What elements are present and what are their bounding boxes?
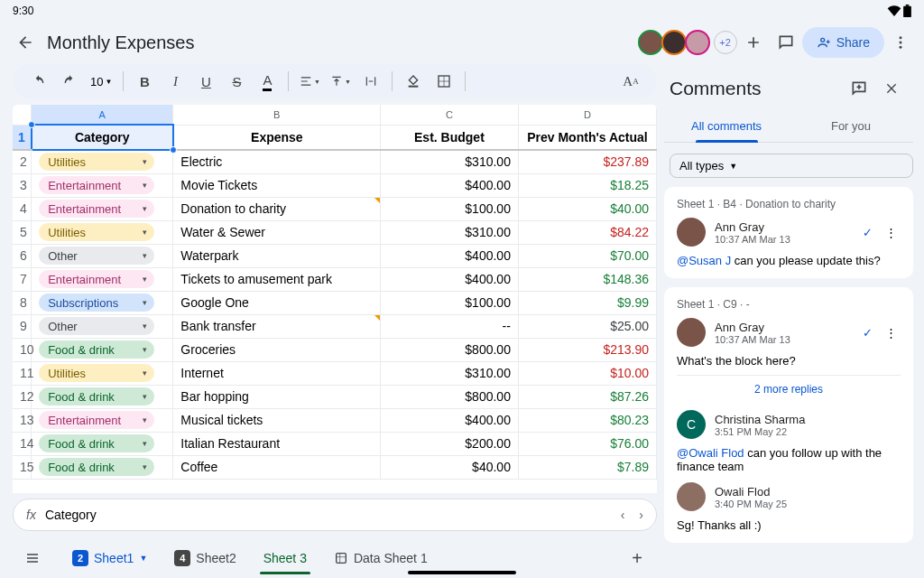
fx-prev[interactable]: ‹ (621, 508, 625, 522)
cell-budget[interactable]: $100.00 (380, 197, 518, 220)
table-row[interactable]: 13Entertainment▾Musical tickets$400.00$8… (13, 408, 657, 432)
cell-expense[interactable]: Water & Sewer (173, 220, 381, 244)
table-row[interactable]: 9Other▾Bank transfer--$25.00 (13, 314, 657, 338)
table-row[interactable]: 5Utilities▾Water & Sewer$310.00$84.22 (13, 220, 657, 244)
doc-title[interactable]: Monthly Expenses (47, 33, 194, 53)
close-panel-button[interactable] (875, 72, 908, 105)
comment-marker-icon[interactable] (374, 315, 380, 321)
row-header[interactable]: 12 (13, 385, 32, 408)
resolve-button[interactable]: ✓ (863, 326, 873, 340)
row-header[interactable]: 4 (13, 197, 32, 220)
text-color-button[interactable]: A (254, 68, 281, 95)
cell-prev[interactable]: $70.00 (518, 244, 656, 267)
cell-category[interactable]: Food & drink▾ (32, 455, 173, 479)
category-chip[interactable]: Other▾ (39, 247, 154, 265)
cell-expense[interactable]: Electric (173, 150, 381, 173)
underline-button[interactable]: U (192, 68, 219, 95)
category-chip[interactable]: Utilities▾ (39, 364, 154, 382)
tab-sheet1[interactable]: 2Sheet1▼ (69, 545, 151, 572)
category-chip[interactable]: Subscriptions▾ (39, 294, 154, 312)
cell-expense[interactable]: Internet (173, 361, 381, 385)
row-header[interactable]: 11 (13, 361, 32, 385)
italic-button[interactable]: I (162, 68, 189, 95)
category-chip[interactable]: Food & drink▾ (39, 434, 154, 452)
cell-category[interactable]: Food & drink▾ (32, 338, 173, 361)
more-menu[interactable] (884, 26, 917, 59)
cell-budget[interactable]: $310.00 (380, 220, 518, 244)
home-indicator[interactable] (408, 571, 516, 574)
cell-budget[interactable]: $400.00 (380, 267, 518, 291)
cell-category[interactable]: Entertainment▾ (32, 173, 173, 197)
share-button[interactable]: Share (802, 27, 884, 58)
row-header[interactable]: 3 (13, 173, 32, 197)
category-chip[interactable]: Food & drink▾ (39, 387, 154, 406)
comment-card-2[interactable]: Sheet 1 · C9 · - Ann Gray10:37 AM Mar 13… (664, 287, 913, 543)
spreadsheet-grid[interactable]: A B C D 1 Category Expense Est. Budget P… (13, 105, 657, 493)
cell-category[interactable]: Food & drink▾ (32, 385, 173, 408)
add-sheet-button[interactable]: + (621, 542, 653, 574)
comment-card-1[interactable]: Sheet 1 · B4 · Donation to charity Ann G… (664, 187, 913, 278)
row-header[interactable]: 10 (13, 338, 32, 361)
row-header[interactable]: 15 (13, 455, 32, 479)
cell-expense[interactable]: Tickets to amusement park (173, 267, 381, 291)
font-size[interactable]: 10▼ (87, 75, 116, 89)
row-header[interactable]: 7 (13, 267, 32, 291)
cell-prev[interactable]: $237.89 (518, 150, 656, 173)
col-a[interactable]: A (32, 105, 173, 125)
table-row[interactable]: 3Entertainment▾Movie Tickets$400.00$18.2… (13, 173, 657, 197)
bold-button[interactable]: B (131, 68, 158, 95)
cell-budget[interactable]: $800.00 (380, 338, 518, 361)
fill-color-button[interactable] (400, 68, 427, 95)
tab-sheet3[interactable]: Sheet 3 (260, 545, 310, 571)
cell-category[interactable]: Utilities▾ (32, 150, 173, 173)
avatar-1[interactable] (638, 30, 663, 55)
row-1[interactable]: 1 (13, 125, 32, 150)
category-chip[interactable]: Food & drink▾ (39, 458, 154, 476)
halign-button[interactable]: ▼ (296, 68, 323, 95)
row-header[interactable]: 5 (13, 220, 32, 244)
cell-category[interactable]: Entertainment▾ (32, 267, 173, 291)
cell-budget[interactable]: $310.00 (380, 150, 518, 173)
wrap-button[interactable] (357, 68, 384, 95)
cell-expense[interactable]: Italian Restaurant (173, 432, 381, 455)
category-chip[interactable]: Other▾ (39, 317, 154, 335)
cell-prev[interactable]: $10.00 (518, 361, 656, 385)
formula-bar[interactable]: fx Category ‹ › (13, 499, 657, 531)
table-row[interactable]: 8Subscriptions▾Google One$100.00$9.99 (13, 291, 657, 314)
table-row[interactable]: 4Entertainment▾Donation to charity$100.0… (13, 197, 657, 220)
cell-budget[interactable]: $800.00 (380, 385, 518, 408)
redo-button[interactable] (56, 68, 83, 95)
cell-expense[interactable]: Musical tickets (173, 408, 381, 432)
more-replies[interactable]: 2 more replies (677, 375, 901, 403)
cell-prev[interactable]: $7.89 (518, 455, 656, 479)
row-header[interactable]: 8 (13, 291, 32, 314)
cell-expense[interactable]: Donation to charity (173, 197, 381, 220)
cell-expense[interactable]: Bank transfer (173, 314, 381, 338)
undo-button[interactable] (25, 68, 52, 95)
cell-expense[interactable]: Movie Tickets (173, 173, 381, 197)
borders-button[interactable] (430, 68, 457, 95)
cell-expense[interactable]: Waterpark (173, 244, 381, 267)
table-row[interactable]: 15Food & drink▾Coffee$40.00$7.89 (13, 455, 657, 479)
cell-budget[interactable]: $100.00 (380, 291, 518, 314)
comment-menu[interactable]: ⋮ (882, 326, 901, 340)
avatar-3[interactable] (685, 30, 710, 55)
table-row[interactable]: 7Entertainment▾Tickets to amusement park… (13, 267, 657, 291)
cell-budget[interactable]: $310.00 (380, 361, 518, 385)
cell-a1[interactable]: Category (32, 125, 173, 150)
row-header[interactable]: 2 (13, 150, 32, 173)
cell-d1[interactable]: Prev Month's Actual (518, 125, 656, 150)
table-row[interactable]: 6Other▾Waterpark$400.00$70.00 (13, 244, 657, 267)
category-chip[interactable]: Entertainment▾ (39, 200, 154, 218)
cell-prev[interactable]: $9.99 (518, 291, 656, 314)
format-menu[interactable]: AA (617, 68, 644, 95)
cell-prev[interactable]: $25.00 (518, 314, 656, 338)
strike-button[interactable]: S (223, 68, 250, 95)
cell-expense[interactable]: Google One (173, 291, 381, 314)
row-header[interactable]: 6 (13, 244, 32, 267)
cell-category[interactable]: Other▾ (32, 244, 173, 267)
category-chip[interactable]: Entertainment▾ (39, 270, 154, 288)
tab-all-comments[interactable]: All comments (664, 110, 789, 142)
cell-budget[interactable]: $400.00 (380, 244, 518, 267)
fx-next[interactable]: › (639, 508, 643, 522)
